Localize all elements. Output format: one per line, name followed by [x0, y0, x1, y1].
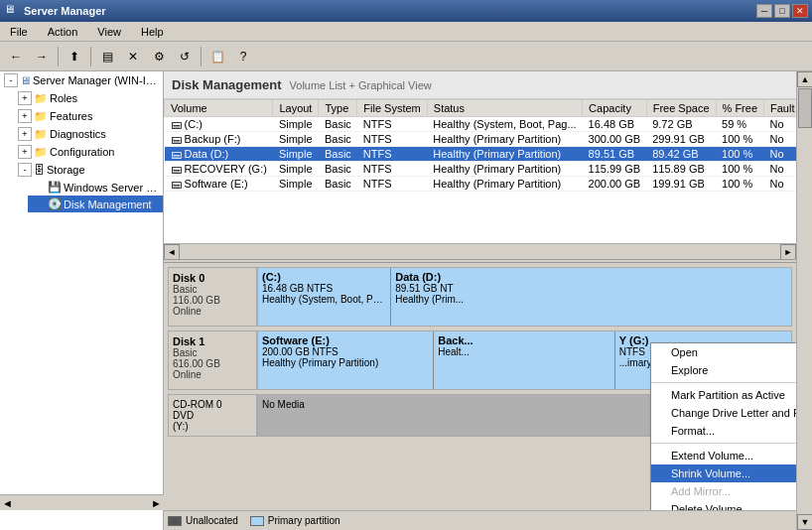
- table-hscrollbar[interactable]: ◄ ►: [164, 243, 796, 259]
- disk-0-partitions: (C:) 16.48 GB NTFS Healthy (System, Boot…: [257, 267, 792, 327]
- partition-d-name: Data (D:): [395, 271, 787, 283]
- ctx-open[interactable]: Open: [651, 343, 796, 361]
- scroll-up-btn[interactable]: ▲: [797, 71, 812, 87]
- tree-item-wsbackup[interactable]: 💾 Windows Server Ba...: [28, 179, 163, 196]
- tree-root[interactable]: - 🖥 Server Manager (WIN-ILLR...: [0, 71, 163, 89]
- cell-pct: 100 %: [716, 162, 763, 177]
- cell-capacity: 300.00 GB: [583, 132, 647, 147]
- back-button[interactable]: ←: [4, 45, 28, 68]
- left-arrow-icon[interactable]: ◄: [2, 497, 13, 509]
- cell-type: Basic: [319, 147, 357, 162]
- col-pctfree[interactable]: % Free: [716, 100, 763, 117]
- col-type[interactable]: Type: [319, 100, 357, 117]
- ctx-change-drive[interactable]: Change Drive Letter and Paths...: [651, 404, 796, 422]
- col-fault[interactable]: Fault ...: [764, 100, 796, 117]
- title-bar-buttons: ─ □ ✕: [756, 4, 808, 18]
- cell-free: 115.89 GB: [646, 162, 716, 177]
- cell-fs: NTFS: [357, 162, 427, 177]
- tree-config-expand[interactable]: +: [18, 145, 32, 159]
- table-row[interactable]: 🖴 Backup (F:) Simple Basic NTFS Healthy …: [165, 132, 797, 147]
- tree-root-expand[interactable]: -: [4, 73, 18, 87]
- partition-f-name: Back...: [438, 334, 610, 346]
- scroll-left-btn[interactable]: ◄: [164, 244, 180, 260]
- right-scrollbar[interactable]: ▲ ▼: [796, 71, 812, 530]
- ctx-extend[interactable]: Extend Volume...: [651, 447, 796, 464]
- tree-roles-expand[interactable]: +: [18, 91, 32, 105]
- disk-0-status: Online: [173, 306, 252, 317]
- col-freespace[interactable]: Free Space: [646, 100, 716, 117]
- tree-storage-expand[interactable]: -: [18, 163, 32, 177]
- roles-icon: 📁: [34, 92, 48, 105]
- legend-unallocated-box: [168, 516, 182, 526]
- right-arrow-icon[interactable]: ►: [151, 497, 162, 509]
- disk-0-name: Disk 0: [173, 272, 252, 284]
- tree-wsbackup-label: Windows Server Ba...: [64, 182, 161, 194]
- server-icon: 🖥: [20, 74, 31, 86]
- menu-file[interactable]: File: [4, 24, 34, 40]
- table-row[interactable]: 🖴 RECOVERY (G:) Simple Basic NTFS Health…: [165, 162, 797, 177]
- ctx-delete[interactable]: Delete Volume...: [651, 500, 796, 510]
- tree-item-storage[interactable]: - 🗄 Storage: [14, 161, 163, 179]
- tree-item-roles[interactable]: + 📁 Roles: [14, 89, 163, 107]
- scroll-right-btn[interactable]: ►: [780, 244, 796, 260]
- ctx-explore[interactable]: Explore: [651, 361, 796, 379]
- col-capacity[interactable]: Capacity: [583, 100, 647, 117]
- menu-view[interactable]: View: [91, 24, 127, 40]
- up-button[interactable]: ⬆: [63, 45, 86, 68]
- col-volume[interactable]: Volume: [165, 100, 273, 117]
- partition-f[interactable]: Back... Healt...: [434, 331, 615, 389]
- legend-bar: Unallocated Primary partition: [164, 510, 796, 530]
- cell-type: Basic: [319, 177, 357, 192]
- scroll-down-btn[interactable]: ▼: [797, 514, 812, 530]
- disk-1-status: Online: [173, 369, 252, 380]
- col-filesystem[interactable]: File System: [357, 100, 427, 117]
- scroll-thumb[interactable]: [798, 88, 812, 128]
- minimize-button[interactable]: ─: [756, 4, 772, 18]
- tree-item-diagnostics[interactable]: + 📁 Diagnostics: [14, 125, 163, 143]
- maximize-button[interactable]: □: [774, 4, 790, 18]
- volume-table-container[interactable]: Volume Layout Type File System Status Ca…: [164, 99, 796, 243]
- panel-header: Disk Management Volume List + Graphical …: [164, 71, 796, 99]
- menu-help[interactable]: Help: [135, 24, 170, 40]
- legend-primary: Primary partition: [250, 515, 340, 526]
- toolbar-sep-1: [58, 47, 59, 66]
- cell-fault: No: [764, 132, 796, 147]
- tree-diagnostics-expand[interactable]: +: [18, 127, 32, 141]
- panel-subtitle: Volume List + Graphical View: [290, 79, 432, 91]
- cell-pct: 100 %: [716, 132, 763, 147]
- menu-action[interactable]: Action: [42, 24, 84, 40]
- diagnostics-icon: 📁: [34, 128, 48, 141]
- forward-button[interactable]: →: [30, 45, 54, 68]
- partition-d[interactable]: Data (D:) 89.51 GB NT Healthy (Prim...: [391, 268, 791, 326]
- partition-d-size: 89.51 GB NT: [395, 283, 787, 294]
- cell-fs: NTFS: [357, 147, 427, 162]
- table-row[interactable]: 🖴 Software (E:) Simple Basic NTFS Health…: [165, 177, 797, 192]
- tree-item-diskmgmt[interactable]: 💽 Disk Management: [28, 196, 163, 212]
- ctx-shrink[interactable]: Shrink Volume...: [651, 464, 796, 482]
- tree-item-features[interactable]: + 📁 Features: [14, 107, 163, 125]
- properties-button[interactable]: ⚙: [147, 45, 171, 68]
- panel-title: Disk Management: [172, 77, 282, 92]
- cell-volume: 🖴 Software (E:): [165, 177, 273, 192]
- cdrom-label: CD-ROM 0 DVD (Y:): [168, 394, 257, 437]
- ctx-mark-active[interactable]: Mark Partition as Active: [651, 386, 796, 404]
- export-button[interactable]: 📋: [205, 45, 229, 68]
- help-btn[interactable]: ?: [231, 45, 255, 68]
- ctx-format[interactable]: Format...: [651, 422, 796, 440]
- tree-features-expand[interactable]: +: [18, 109, 32, 123]
- cell-status: Healthy (Primary Partition): [427, 162, 582, 177]
- col-layout[interactable]: Layout: [273, 100, 319, 117]
- show-hide-button[interactable]: ▤: [95, 45, 119, 68]
- cell-type: Basic: [319, 117, 357, 132]
- tree-item-configuration[interactable]: + 📁 Configuration: [14, 143, 163, 161]
- close-button[interactable]: ✕: [792, 4, 808, 18]
- delete-button[interactable]: ✕: [121, 45, 145, 68]
- partition-c[interactable]: (C:) 16.48 GB NTFS Healthy (System, Boot…: [258, 268, 391, 326]
- partition-e[interactable]: Software (E:) 200.00 GB NTFS Healthy (Pr…: [258, 331, 434, 389]
- table-row[interactable]: 🖴 (C:) Simple Basic NTFS Healthy (System…: [165, 117, 797, 132]
- title-bar: 🖥 Server Manager ─ □ ✕: [0, 0, 812, 22]
- col-status[interactable]: Status: [427, 100, 582, 117]
- table-row[interactable]: 🖴 Data (D:) Simple Basic NTFS Healthy (P…: [165, 147, 797, 162]
- cell-volume: 🖴 Data (D:): [165, 147, 273, 162]
- refresh-button[interactable]: ↺: [173, 45, 197, 68]
